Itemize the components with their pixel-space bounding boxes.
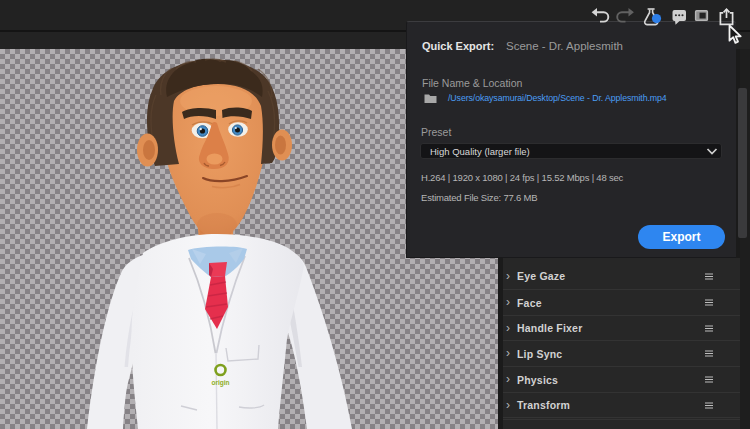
svg-text:origin: origin <box>211 379 229 387</box>
